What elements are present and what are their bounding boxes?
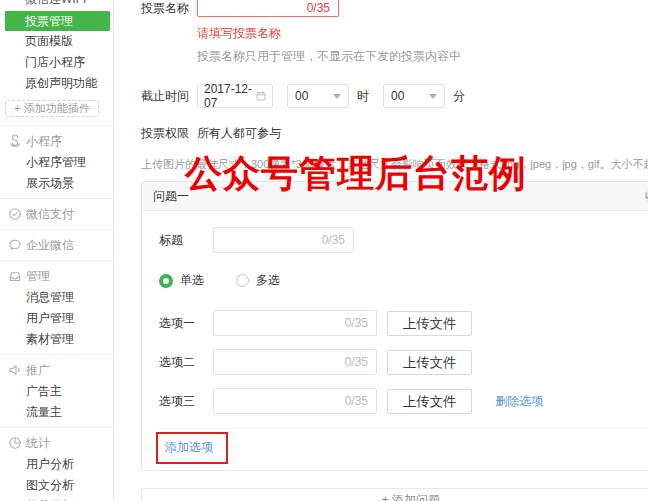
sidebar-item-store-miniprogram[interactable]: 门店小程序: [0, 52, 113, 73]
megaphone-icon: [8, 363, 22, 377]
option-3-upload-button[interactable]: 上传文件: [387, 389, 472, 414]
sidebar-item-user-analysis[interactable]: 用户分析: [0, 454, 113, 475]
option-row: 选项一 0/35 上传文件: [159, 310, 648, 336]
question-panel-header: 问题一 收起: [142, 182, 648, 211]
wechat-pay-icon: [8, 207, 22, 221]
miniprogram-icon: [8, 134, 22, 148]
sidebar-header-label: 统计: [26, 435, 50, 452]
choice-type-row: 单选 多选: [159, 272, 648, 289]
sidebar-item-vote-management[interactable]: 投票管理: [5, 11, 110, 31]
vote-name-row: 投票名称 0/35: [141, 0, 648, 17]
sidebar-header-label: 管理: [26, 268, 50, 285]
deadline-date-value: 2017-12-07: [204, 82, 256, 110]
sidebar-section-miniprogram: 小程序 小程序管理 展示场景: [0, 125, 113, 198]
option-3-counter: 0/35: [345, 394, 368, 408]
minute-select[interactable]: 00: [383, 84, 445, 108]
sidebar-header-miniprogram[interactable]: 小程序: [0, 130, 113, 152]
work-wechat-icon: [8, 238, 22, 252]
sidebar-item-material-management[interactable]: 素材管理: [0, 329, 113, 350]
vote-name-error: 请填写投票名称: [197, 25, 648, 42]
sidebar-header-label: 企业微信: [26, 237, 74, 254]
single-choice-radio[interactable]: [159, 274, 173, 288]
minute-value: 00: [391, 89, 404, 103]
deadline-date-picker[interactable]: 2017-12-07: [197, 84, 273, 108]
sidebar-section-work-wechat: 企业微信: [0, 229, 113, 260]
sidebar-item-article-analysis[interactable]: 图文分析: [0, 475, 113, 496]
sidebar: 微信连WIFI 投票管理 页面模版 门店小程序 原创声明功能 + 添加功能插件 …: [0, 0, 114, 501]
sidebar-item-page-template[interactable]: 页面模版: [0, 31, 113, 52]
pie-chart-icon: [8, 436, 22, 450]
annotation-highlight-box: 添加选项: [156, 432, 228, 464]
option-1-upload-button[interactable]: 上传文件: [387, 311, 472, 336]
add-question-button[interactable]: + 添加问题: [141, 488, 648, 501]
add-plugin-button[interactable]: + 添加功能插件: [5, 100, 99, 117]
question-title-row: 标题 0/35: [159, 227, 648, 253]
delete-option-link[interactable]: 删除选项: [495, 393, 543, 410]
sidebar-section-wechat-pay: 微信支付: [0, 198, 113, 229]
inbox-icon: [8, 269, 22, 283]
sidebar-section-statistics: 统计 用户分析 图文分析 菜单分析 消息分析: [0, 427, 113, 501]
question-panel: 问题一 收起 标题 0/35 单选 多选 选项: [141, 181, 648, 471]
option-3-input[interactable]: 0/35: [213, 388, 377, 414]
calendar-icon: [256, 90, 266, 102]
question-title: 问题一: [153, 188, 189, 205]
sidebar-header-label: 微信支付: [26, 206, 74, 223]
permission-value: 所有人都可参与: [197, 125, 281, 142]
sidebar-section-promotion: 推广 广告主 流量主: [0, 354, 113, 427]
admin-page: 微信连WIFI 投票管理 页面模版 门店小程序 原创声明功能 + 添加功能插件 …: [0, 0, 648, 501]
sidebar-item-advertiser[interactable]: 广告主: [0, 381, 113, 402]
question-panel-body: 标题 0/35 单选 多选 选项一 0/35: [142, 211, 648, 470]
sidebar-header-management[interactable]: 管理: [0, 265, 113, 287]
question-title-label: 标题: [159, 232, 213, 249]
sidebar-header-label: 推广: [26, 362, 50, 379]
sidebar-header-work-wechat[interactable]: 企业微信: [0, 234, 113, 256]
deadline-label: 截止时间: [141, 88, 197, 105]
sidebar-item-traffic-owner[interactable]: 流量主: [0, 402, 113, 423]
sidebar-item-message-management[interactable]: 消息管理: [0, 287, 113, 308]
vote-name-hint: 投票名称只用于管理，不显示在下发的投票内容中: [197, 48, 648, 65]
option-label: 选项一: [159, 315, 213, 332]
chevron-down-icon: [429, 94, 437, 99]
sidebar-section-management: 管理 消息管理 用户管理 素材管理: [0, 260, 113, 354]
single-choice-label: 单选: [180, 272, 204, 289]
vote-name-counter: 0/35: [307, 1, 330, 15]
option-label: 选项二: [159, 354, 213, 371]
option-1-input[interactable]: 0/35: [213, 310, 377, 336]
option-2-counter: 0/35: [345, 355, 368, 369]
add-option-link[interactable]: 添加选项: [165, 440, 213, 454]
sidebar-header-promotion[interactable]: 推广: [0, 359, 113, 381]
permission-label: 投票权限: [141, 125, 197, 142]
main-content: 投票名称 0/35 请填写投票名称 投票名称只用于管理，不显示在下发的投票内容中…: [114, 0, 648, 501]
sidebar-header-statistics[interactable]: 统计: [0, 432, 113, 454]
vote-name-label: 投票名称: [141, 0, 197, 17]
option-row: 选项二 0/35 上传文件: [159, 349, 648, 375]
sidebar-item-wifi[interactable]: 微信连WIFI: [0, 0, 113, 9]
sidebar-item-original-statement[interactable]: 原创声明功能: [0, 73, 113, 94]
vote-name-input[interactable]: 0/35: [197, 0, 339, 17]
chevron-down-icon: [333, 94, 341, 99]
sidebar-item-user-management[interactable]: 用户管理: [0, 308, 113, 329]
sidebar-item-display-scene[interactable]: 展示场景: [0, 173, 113, 194]
sidebar-header-wechat-pay[interactable]: 微信支付: [0, 203, 113, 225]
option-row: 选项三 0/35 上传文件 删除选项: [159, 388, 648, 414]
sidebar-item-miniprogram-management[interactable]: 小程序管理: [0, 152, 113, 173]
add-option-zone: 添加选项: [159, 428, 648, 470]
question-title-input[interactable]: 0/35: [213, 227, 354, 253]
multi-choice-label: 多选: [256, 272, 280, 289]
sidebar-item-menu-analysis[interactable]: 菜单分析: [0, 496, 113, 501]
hour-value: 00: [295, 89, 308, 103]
hour-select[interactable]: 00: [287, 84, 349, 108]
option-label: 选项三: [159, 393, 213, 410]
permission-row: 投票权限 所有人都可参与: [141, 125, 648, 142]
sidebar-header-label: 小程序: [26, 133, 62, 150]
hour-unit-label: 时: [357, 88, 369, 105]
deadline-row: 截止时间 2017-12-07 00 时 00 分: [141, 84, 648, 108]
minute-unit-label: 分: [453, 88, 465, 105]
multi-choice-radio[interactable]: [236, 274, 249, 287]
upload-size-hint: 上传图片的最佳尺寸：300像素*300像素，其他尺寸会影响页面效果，格式png，…: [141, 157, 648, 172]
option-1-counter: 0/35: [345, 316, 368, 330]
question-title-counter: 0/35: [322, 233, 345, 247]
option-2-upload-button[interactable]: 上传文件: [387, 350, 472, 375]
option-2-input[interactable]: 0/35: [213, 349, 377, 375]
